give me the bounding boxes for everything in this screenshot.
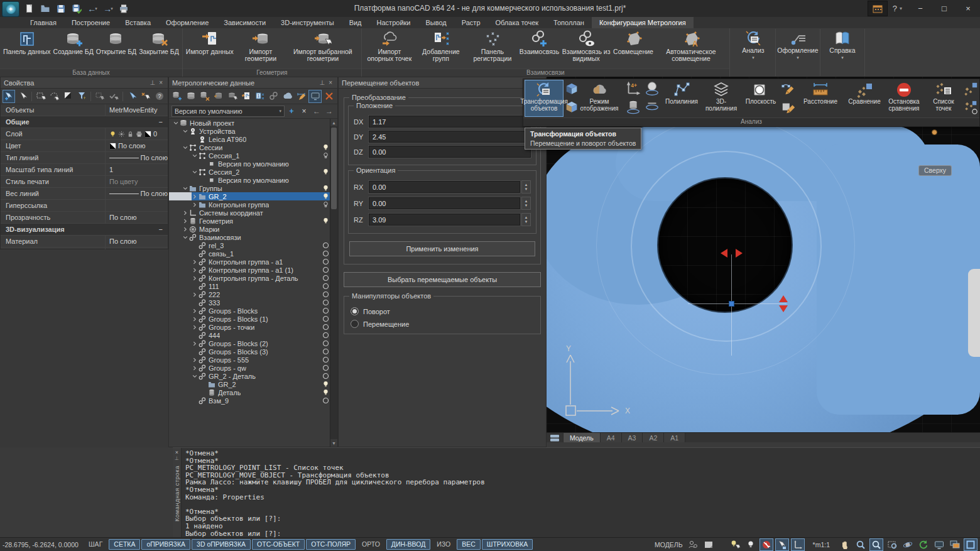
rotate-arrow-down-icon[interactable] [779, 305, 788, 312]
ribbon-tab-4[interactable]: Оформление [158, 17, 216, 28]
page-import-icon[interactable] [240, 90, 253, 103]
sun-icon[interactable] [118, 131, 125, 138]
property-value[interactable]: По слою [105, 140, 168, 151]
command-line-tab[interactable]: × ⊥ Командная строка [173, 448, 182, 538]
tree-item[interactable]: Группы [169, 184, 337, 192]
select-movable-objects-button[interactable]: Выбрать перемещаемые объекты [344, 272, 541, 287]
tree-item[interactable]: Groups - 555 [169, 356, 337, 364]
status-toggle[interactable]: СЕТКА [109, 539, 140, 550]
expand-icon[interactable] [182, 218, 188, 224]
cloud-icon[interactable] [281, 90, 294, 103]
dx-input[interactable]: 1.17 [369, 116, 531, 128]
collapse-icon[interactable] [182, 128, 188, 134]
property-value[interactable]: По слою [105, 188, 168, 199]
radio-move[interactable]: Перемещение [351, 320, 534, 328]
analysis-button[interactable]: 3D-полилиния [702, 80, 741, 117]
expand-icon[interactable] [182, 210, 188, 216]
calendar-icon[interactable] [868, 1, 888, 16]
circle-icon[interactable] [322, 396, 329, 405]
status-toggle[interactable]: ДИН-ВВОД [386, 539, 430, 550]
ribbon-tab-9[interactable]: Вывод [418, 17, 454, 28]
pencil-plane-icon[interactable] [781, 100, 796, 115]
tree-item[interactable]: Контрольня группа - a1 (1) [169, 266, 337, 274]
collapse-icon[interactable] [182, 234, 188, 241]
circle-icon[interactable] [322, 347, 329, 356]
tree-item[interactable]: Groups - Blocks (1) [169, 315, 337, 323]
ry-input[interactable]: 0.00 [369, 197, 520, 209]
analysis-button[interactable]: Список точек [924, 80, 963, 117]
move-handle[interactable] [729, 301, 734, 307]
zoom-window-icon[interactable] [869, 538, 883, 551]
expand-icon[interactable] [182, 226, 188, 232]
box-3d-icon[interactable] [564, 82, 579, 97]
renumber-icon[interactable]: 1 [254, 90, 267, 103]
ribbon-button[interactable]: Импорт выбранной геометрии [286, 29, 359, 63]
help-button[interactable]: ? [890, 4, 900, 13]
analysis-button[interactable]: Плоскость [741, 80, 780, 117]
ribbon-button[interactable]: Совмещение [612, 29, 655, 56]
sphere-icon[interactable] [644, 80, 660, 97]
view-orientation-badge[interactable]: Сверху [918, 165, 952, 176]
db-import-icon[interactable] [212, 90, 226, 103]
expand-icon[interactable] [192, 357, 198, 363]
no-entry-cursor-icon[interactable] [760, 538, 773, 551]
circle-icon[interactable] [322, 372, 329, 380]
pin-icon[interactable]: ⊥ [317, 79, 327, 86]
tree-item[interactable]: Groups - Blocks [169, 307, 337, 315]
cursor-box-icon[interactable] [775, 538, 789, 551]
circle-icon[interactable] [322, 266, 329, 274]
select-window-icon[interactable] [35, 90, 47, 103]
close-red-icon[interactable] [322, 90, 335, 103]
collapse-icon[interactable] [192, 169, 198, 175]
ribbon-button[interactable]: Взаимосвязь из видимых [560, 29, 612, 63]
rotate-arrow-left-icon[interactable] [721, 249, 727, 258]
close-button[interactable]: × [956, 1, 980, 17]
tree-item[interactable]: Новый проект [169, 119, 337, 127]
tree-item[interactable]: Версия по умолчанию [169, 160, 337, 168]
tree-scrollbar[interactable]: ▲ ▼ [330, 119, 337, 447]
bulb-on-icon[interactable] [322, 380, 329, 388]
tree-item[interactable]: 111 [169, 282, 337, 290]
color-swatch[interactable] [144, 131, 151, 138]
status-toggle[interactable]: ОРТО [357, 539, 385, 550]
apply-changes-button[interactable]: Применить изменения [349, 241, 535, 256]
collapse-icon[interactable] [173, 120, 179, 126]
property-value[interactable] [105, 200, 168, 211]
tree-item[interactable]: Деталь [169, 388, 337, 396]
close-icon[interactable]: × [327, 79, 334, 86]
tree-item[interactable]: 222 [169, 290, 337, 298]
note-icon[interactable] [702, 538, 716, 551]
maximize-button[interactable]: □ [932, 1, 956, 17]
zoom-rect-icon[interactable] [885, 538, 899, 551]
tree-item[interactable]: Сессия_2 [169, 168, 337, 176]
ribbon-button[interactable]: Открытие БД [95, 29, 138, 56]
db-select-icon[interactable] [226, 90, 239, 103]
dy-input[interactable]: 2.45 [369, 131, 531, 143]
circle-icon[interactable] [322, 290, 329, 298]
layout-tab[interactable]: A1 [664, 433, 685, 443]
bulb-on-icon[interactable] [322, 184, 329, 192]
app-logo-icon[interactable]: ✦ [2, 1, 19, 17]
axis4-icon[interactable]: 4+ [625, 80, 641, 97]
analysis-button[interactable]: Трансформация объектов [525, 80, 564, 117]
layout-tab[interactable]: A3 [622, 433, 643, 443]
bulb-on-icon[interactable] [322, 143, 329, 151]
pin-icon[interactable]: ⊥ [175, 456, 179, 462]
tree-item[interactable]: Контрольня группа - a1 [169, 258, 337, 266]
orbit-icon[interactable] [901, 538, 915, 551]
tree-item[interactable]: Системы координат [169, 209, 337, 217]
close-icon[interactable]: × [157, 79, 165, 86]
save-as-icon[interactable] [70, 2, 84, 15]
expand-icon[interactable] [192, 194, 198, 200]
tree-item[interactable]: 333 [169, 298, 337, 307]
ribbon-tab-3[interactable]: Вставка [117, 17, 158, 28]
status-toggle[interactable]: ШТРИХОВКА [482, 539, 533, 550]
status-toggle[interactable]: ИЗО [432, 539, 455, 550]
select-single-icon[interactable] [126, 90, 138, 103]
tree-item[interactable]: GR_2 [169, 380, 337, 388]
spinner-control[interactable]: ▲▼ [521, 197, 531, 210]
save-icon[interactable] [54, 2, 68, 15]
print-icon[interactable] [117, 2, 131, 15]
bulb-on-icon[interactable] [322, 168, 329, 176]
tree-item[interactable]: Устройства [169, 127, 337, 135]
